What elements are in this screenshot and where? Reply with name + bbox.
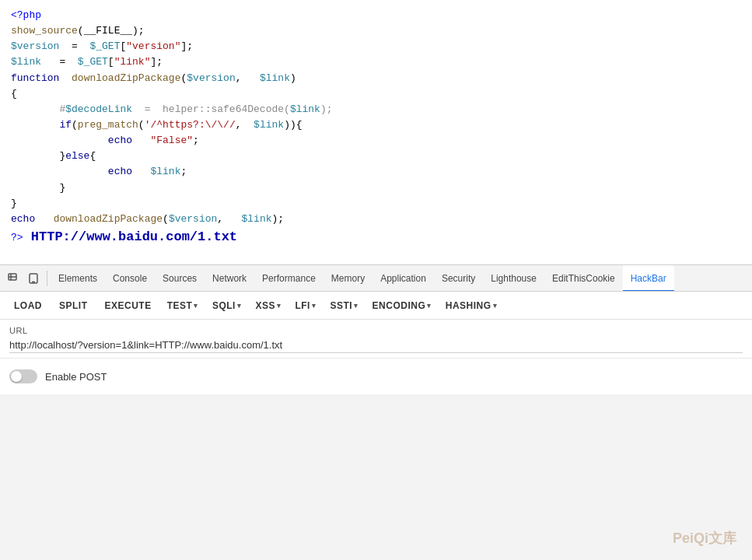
code-line-5: function downloadZipPackage($version, $l…	[11, 71, 741, 86]
tab-console[interactable]: Console	[105, 265, 155, 292]
code-line-11: echo $link;	[11, 164, 741, 180]
code-line-12: }	[11, 180, 741, 196]
hashing-dropdown[interactable]: HASHING ▾	[439, 297, 503, 314]
code-line-14: }	[11, 196, 741, 212]
tab-security[interactable]: Security	[434, 265, 483, 292]
xss-chevron-icon: ▾	[277, 302, 282, 310]
code-line-15: echo downloadZipPackage($version, $link)…	[11, 212, 741, 227]
test-dropdown[interactable]: TEST ▾	[161, 297, 205, 314]
tab-separator	[47, 271, 47, 286]
execute-button[interactable]: EXECUTE	[97, 297, 159, 314]
code-line-8: if(preg_match('/^https?:\/\//, $link)){	[11, 117, 741, 133]
enable-post-label: Enable POST	[45, 371, 107, 383]
tab-performance[interactable]: Performance	[254, 265, 324, 292]
tab-application[interactable]: Application	[373, 265, 434, 292]
code-line-9: echo "False";	[11, 133, 741, 149]
ssti-dropdown[interactable]: SSTI ▾	[324, 297, 364, 314]
encoding-dropdown[interactable]: ENCODING ▾	[366, 297, 438, 314]
code-line-4: $link = $_GET["link"];	[11, 54, 741, 70]
post-toggle-section: Enable POST	[0, 359, 752, 394]
load-button[interactable]: LOAD	[6, 297, 50, 314]
sqli-dropdown[interactable]: SQLI ▾	[206, 297, 248, 314]
code-line-10: }else{	[11, 149, 741, 164]
tab-elements[interactable]: Elements	[51, 265, 105, 292]
tab-sources[interactable]: Sources	[155, 265, 205, 292]
code-line-7: #$decodeLink = helper::safe64Decode($lin…	[11, 102, 741, 117]
hashing-chevron-icon: ▾	[493, 302, 498, 310]
code-line-3: $version = $_GET["version"];	[11, 39, 741, 54]
test-chevron-icon: ▾	[194, 302, 198, 310]
device-icon-btn[interactable]	[23, 268, 44, 289]
devtools-tab-bar: Elements Console Sources Network Perform…	[0, 265, 752, 292]
url-section: URL	[0, 320, 752, 359]
code-line-16: ?> HTTP://www.baidu.com/1.txt	[11, 227, 741, 247]
ssti-chevron-icon: ▾	[354, 302, 359, 310]
code-line-6: {	[11, 86, 741, 102]
lfi-dropdown[interactable]: LFI ▾	[289, 297, 322, 314]
tab-editthiscookie[interactable]: EditThisCookie	[544, 265, 623, 292]
split-button[interactable]: SPLIT	[51, 297, 96, 314]
lfi-chevron-icon: ▾	[312, 302, 317, 310]
url-input[interactable]	[9, 338, 743, 353]
devtools-panel: Elements Console Sources Network Perform…	[0, 264, 752, 560]
tab-network[interactable]: Network	[205, 265, 254, 292]
url-label: URL	[9, 326, 743, 335]
sqli-chevron-icon: ▾	[237, 302, 242, 310]
code-line-1: <?php	[11, 8, 741, 23]
encoding-chevron-icon: ▾	[427, 302, 432, 310]
code-line-2: show_source(__FILE__);	[11, 23, 741, 39]
code-display: <?php show_source(__FILE__); $version = …	[0, 0, 752, 264]
tab-memory[interactable]: Memory	[324, 265, 373, 292]
enable-post-toggle[interactable]	[9, 369, 37, 383]
hackbar-toolbar: LOAD SPLIT EXECUTE TEST ▾ SQLI ▾ XSS ▾ L…	[0, 292, 752, 320]
xss-dropdown[interactable]: XSS ▾	[249, 297, 287, 314]
inspect-icon-btn[interactable]	[3, 268, 23, 289]
tab-lighthouse[interactable]: Lighthouse	[483, 265, 544, 292]
tab-hackbar[interactable]: HackBar	[623, 265, 674, 292]
